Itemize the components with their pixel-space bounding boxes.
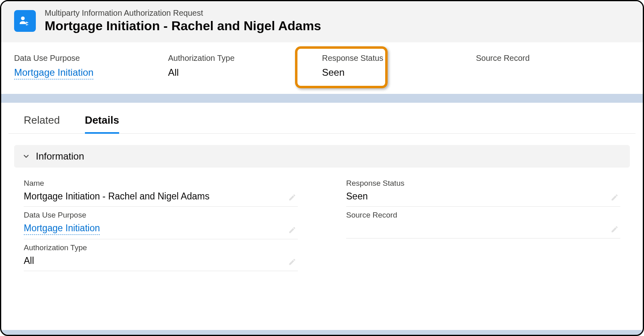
highlights-panel: Data Use Purpose Mortgage Initiation Aut… — [1, 42, 643, 94]
field-data-use-purpose: Data Use Purpose Mortgage Initiation — [24, 207, 298, 239]
field-label: Response Status — [322, 54, 468, 63]
tab-bar: Related Details — [8, 103, 636, 134]
edit-icon[interactable] — [288, 258, 296, 266]
record-title: Mortgage Initiation - Rachel and Nigel A… — [45, 19, 321, 33]
record-type-label: Multiparty Information Authorization Req… — [45, 8, 321, 18]
data-use-purpose-link[interactable]: Mortgage Initiation — [14, 67, 93, 79]
tab-related[interactable]: Related — [24, 110, 60, 134]
record-type-icon — [14, 10, 36, 32]
field-authorization-type: Authorization Type All — [24, 239, 298, 271]
chevron-down-icon — [22, 152, 30, 160]
field-value: All — [24, 255, 298, 267]
summary-source-record: Source Record — [476, 54, 630, 79]
field-label: Data Use Purpose — [14, 54, 160, 63]
field-label: Source Record — [476, 54, 622, 63]
summary-authorization-type: Authorization Type All — [168, 54, 322, 79]
record-header: Multiparty Information Authorization Req… — [1, 1, 643, 42]
edit-icon[interactable] — [611, 225, 619, 233]
bottom-band — [1, 330, 643, 335]
divider-band — [1, 94, 643, 103]
field-value: Mortgage Initiation - Rachel and Nigel A… — [24, 191, 298, 202]
field-label: Name — [24, 179, 298, 188]
edit-icon[interactable] — [288, 226, 296, 234]
details-grid: Name Mortgage Initiation - Rachel and Ni… — [8, 175, 636, 271]
summary-data-use-purpose: Data Use Purpose Mortgage Initiation — [14, 54, 168, 79]
field-response-status: Response Status Seen — [346, 175, 620, 207]
summary-response-status: Response Status Seen — [322, 54, 476, 79]
field-value: Seen — [346, 191, 620, 202]
field-label: Authorization Type — [24, 243, 298, 252]
field-label: Source Record — [346, 211, 620, 220]
field-value — [346, 223, 620, 234]
section-title: Information — [36, 151, 84, 162]
field-name: Name Mortgage Initiation - Rachel and Ni… — [24, 175, 298, 207]
field-source-record: Source Record — [346, 207, 620, 239]
field-label: Response Status — [346, 179, 620, 188]
data-use-purpose-link[interactable]: Mortgage Initiation — [24, 223, 100, 235]
record-page: Multiparty Information Authorization Req… — [0, 0, 644, 336]
svg-point-0 — [21, 17, 25, 20]
header-title-block: Multiparty Information Authorization Req… — [45, 8, 321, 33]
section-information-header[interactable]: Information — [14, 145, 630, 168]
details-left-column: Name Mortgage Initiation - Rachel and Ni… — [24, 175, 298, 271]
field-label: Data Use Purpose — [24, 211, 298, 220]
detail-panel: Related Details Information Name Mortgag… — [1, 103, 643, 283]
tab-details[interactable]: Details — [85, 110, 119, 134]
field-label: Authorization Type — [168, 54, 314, 63]
field-value: All — [168, 67, 314, 78]
field-value: Seen — [322, 67, 468, 78]
edit-icon[interactable] — [288, 193, 296, 201]
details-right-column: Response Status Seen Source Record — [346, 175, 620, 271]
edit-icon[interactable] — [611, 193, 619, 201]
